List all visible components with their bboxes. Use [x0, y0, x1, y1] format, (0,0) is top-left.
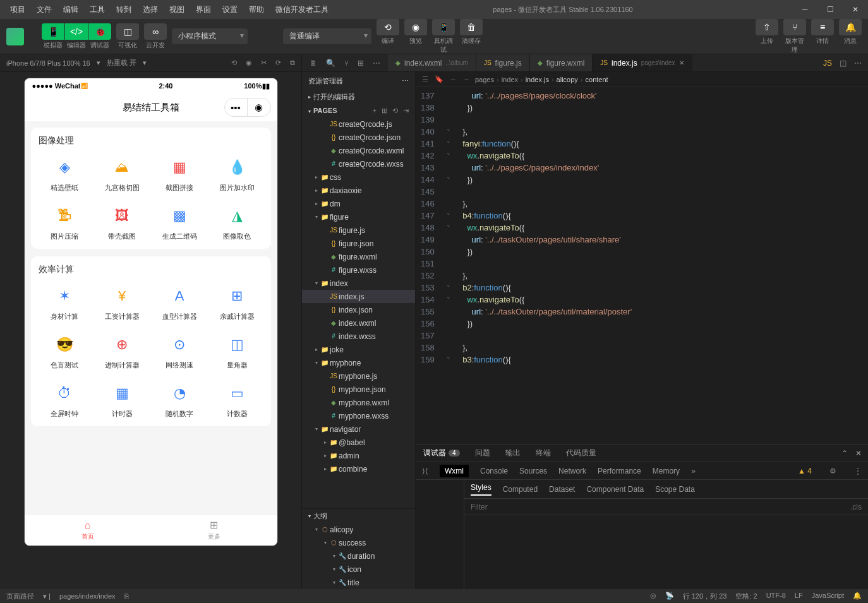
tree-@babel[interactable]: ▸📁@babel — [302, 436, 415, 449]
tree-createQrcode.js[interactable]: JScreateQrcode.js — [302, 117, 415, 131]
action-真机调试[interactable]: 📱 — [432, 19, 455, 35]
explorer-more-icon[interactable]: ⋯ — [402, 77, 409, 85]
tool-色盲测试[interactable]: 😎色盲测试 — [39, 333, 91, 370]
tree-admin[interactable]: ▸📁admin — [302, 449, 415, 462]
compile-select[interactable]: 普通编译 — [283, 28, 371, 44]
tool-精选壁纸[interactable]: ◈精选壁纸 — [39, 155, 91, 193]
tool-血型计算器[interactable]: A血型计算器 — [154, 284, 206, 321]
action-预览[interactable]: ◉ — [404, 19, 427, 35]
search-icon[interactable]: 🔍 — [326, 59, 335, 68]
dbg-tab-调试器[interactable]: 调试器4 — [422, 445, 461, 461]
capsule-close[interactable]: ◉ — [248, 99, 270, 116]
popout-icon[interactable]: ⧉ — [290, 59, 295, 67]
debugger-toggle[interactable]: 🐞 — [88, 23, 111, 40]
editor-tab-figure.js[interactable]: JSfigure.js — [476, 54, 530, 71]
nav-back-icon[interactable]: ← — [450, 75, 457, 83]
editor-tab-index.js[interactable]: JSindex.jspages\index✕ — [593, 54, 692, 71]
copy-path-icon[interactable]: ⎘ — [124, 592, 129, 600]
menu-项目[interactable]: 项目 — [5, 2, 30, 18]
devtools-toggle-icon[interactable]: ⟩⟨ — [422, 467, 428, 475]
tree-figure.json[interactable]: {}figure.json — [302, 237, 415, 250]
crumb-alicopy[interactable]: alicopy — [557, 76, 578, 83]
tree-joke[interactable]: ▸📁joke — [302, 343, 415, 356]
capsule-menu[interactable]: ••• — [225, 99, 248, 116]
cut-icon[interactable]: ✂ — [261, 59, 267, 67]
menu-转到[interactable]: 转到 — [111, 2, 136, 18]
more-icon[interactable]: ⋯ — [373, 59, 380, 68]
tool-计数器[interactable]: ▭计数器 — [211, 381, 263, 419]
style-tab-Component Data[interactable]: Component Data — [586, 485, 644, 494]
tab-更多[interactable]: ⊞更多 — [151, 515, 277, 546]
dbg-tab-输出[interactable]: 输出 — [504, 445, 522, 461]
right-版本管理[interactable]: ⑂ — [783, 19, 806, 35]
tree-myphone[interactable]: ▾📁myphone — [302, 356, 415, 369]
root-section[interactable]: ▾PAGES +⊞⟲⇥ — [302, 104, 415, 117]
menu-选择[interactable]: 选择 — [138, 2, 163, 18]
tree-dm[interactable]: ▸📁dm — [302, 197, 415, 210]
devtool-tab-Sources[interactable]: Sources — [519, 467, 547, 475]
outline-alicopy[interactable]: ▾⬡alicopy — [302, 523, 415, 536]
style-tab-Scope Data[interactable]: Scope Data — [655, 485, 695, 494]
tree-myphone.json[interactable]: {}myphone.json — [302, 383, 415, 396]
bookmark-icon[interactable]: 🔖 — [435, 75, 443, 83]
tree-figure[interactable]: ▾📁figure — [302, 210, 415, 224]
devtool-tab-Performance[interactable]: Performance — [598, 467, 641, 475]
action-编译[interactable]: ⟲ — [377, 19, 399, 35]
tree-myphone.wxss[interactable]: #myphone.wxss — [302, 409, 415, 422]
tool-生成二维码[interactable]: ▩生成二维码 — [154, 204, 206, 241]
tool-图片加水印[interactable]: 💧图片加水印 — [211, 155, 263, 193]
right-消息[interactable]: 🔔 — [839, 19, 862, 35]
devtool-⚙[interactable]: ⚙ — [829, 467, 836, 475]
menu-帮助[interactable]: 帮助 — [244, 2, 269, 18]
crumb-content[interactable]: content — [586, 76, 608, 83]
explorer-icon[interactable]: 🗎 — [310, 59, 317, 68]
tree-index.js[interactable]: JSindex.js — [302, 290, 415, 303]
eol[interactable]: LF — [795, 592, 803, 601]
tree-navigator[interactable]: ▾📁navigator — [302, 422, 415, 436]
menu-界面[interactable]: 界面 — [191, 2, 216, 18]
encoding[interactable]: UTF-8 — [766, 592, 786, 601]
open-editors-section[interactable]: ▸打开的编辑器 — [302, 90, 415, 104]
menu-微信开发者工具[interactable]: 微信开发者工具 — [270, 2, 334, 18]
action-清缓存[interactable]: 🗑 — [460, 19, 483, 35]
outline-title[interactable]: ▾🔧title — [302, 576, 415, 589]
record-icon[interactable]: ◉ — [246, 59, 252, 67]
tree-figure.wxml[interactable]: ◆figure.wxml — [302, 250, 415, 263]
device-select[interactable]: iPhone 6/7/8 Plus 100% 16 — [6, 59, 90, 67]
tree-index.json[interactable]: {}index.json — [302, 303, 415, 316]
close-button[interactable]: ✕ — [843, 0, 868, 19]
dbg-tab-终端[interactable]: 终端 — [534, 445, 552, 461]
tool-带壳截图[interactable]: 🖼带壳截图 — [96, 204, 148, 241]
outline-section[interactable]: ▾大纲 — [302, 509, 415, 523]
tree-index[interactable]: ▾📁index — [302, 277, 415, 290]
tree-combine[interactable]: ▸📁combine — [302, 462, 415, 475]
new-folder-icon[interactable]: ⊞ — [382, 107, 387, 115]
split-icon[interactable]: ◫ — [840, 59, 847, 68]
cls-toggle[interactable]: .cls — [850, 503, 862, 511]
tool-计时器[interactable]: ▦计时器 — [96, 381, 148, 419]
collapse-icon[interactable]: ⇥ — [403, 107, 409, 115]
new-file-icon[interactable]: + — [373, 107, 377, 115]
tree-myphone.wxml[interactable]: ◆myphone.wxml — [302, 396, 415, 409]
editor-tab-figure.wxml[interactable]: ◆figure.wxml — [530, 54, 593, 71]
style-tab-Styles[interactable]: Styles — [471, 483, 491, 496]
styles-filter-input[interactable]: Filter — [471, 503, 488, 511]
tool-截图拼接[interactable]: ▦截图拼接 — [154, 155, 206, 193]
maximize-button[interactable]: ☐ — [817, 0, 843, 19]
devtool-tab-Memory[interactable]: Memory — [653, 467, 680, 475]
simulator-toggle[interactable]: 📱 — [42, 23, 64, 40]
tool-量角器[interactable]: ◫量角器 — [211, 333, 263, 370]
rotate-icon[interactable]: ⟳ — [275, 59, 281, 67]
nav-list-icon[interactable]: ☰ — [422, 75, 428, 83]
ext-icon[interactable]: ⊞ — [358, 59, 364, 68]
dbg-tab-代码质量[interactable]: 代码质量 — [565, 445, 598, 461]
nav-fwd-icon[interactable]: → — [463, 75, 470, 83]
tree-createQrcode.wxss[interactable]: #createQrcode.wxss — [302, 157, 415, 170]
git-icon[interactable]: ⑂ — [344, 59, 349, 68]
outline-duration[interactable]: ▾🔧duration — [302, 549, 415, 563]
mode-select[interactable]: 小程序模式 — [172, 28, 248, 44]
tree-daxiaoxie[interactable]: ▸📁daxiaoxie — [302, 184, 415, 197]
visual-toggle[interactable]: ◫ — [116, 23, 139, 40]
tool-图像取色[interactable]: ◮图像取色 — [211, 204, 263, 241]
refresh-tree-icon[interactable]: ⟲ — [392, 107, 398, 115]
